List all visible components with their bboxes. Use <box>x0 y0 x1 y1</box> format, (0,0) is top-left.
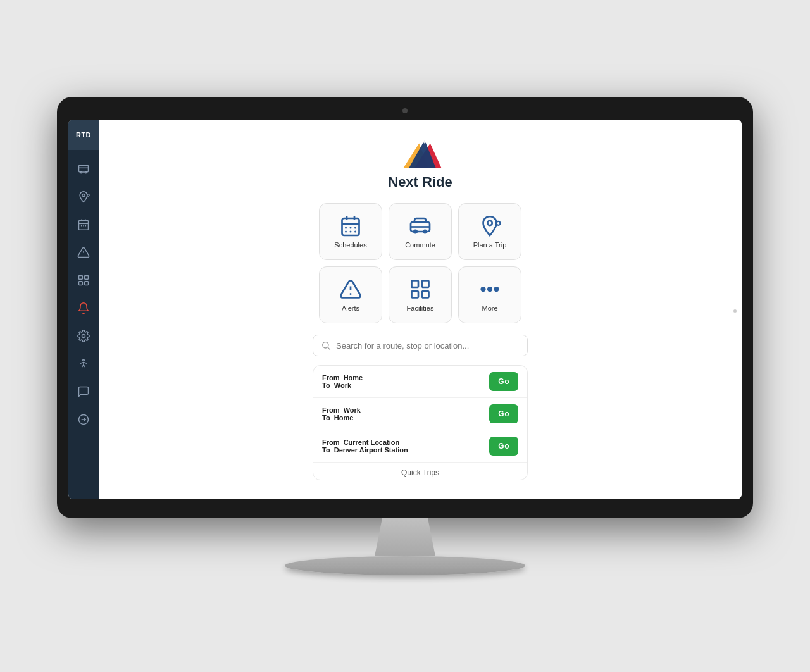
trip-3-to-value: Denver Airport Station <box>334 446 408 454</box>
svg-rect-15 <box>85 276 89 280</box>
commute-label: Commute <box>405 241 435 249</box>
trip-1-from-label: From <box>322 374 340 382</box>
sidebar: RTD <box>68 120 99 499</box>
svg-rect-44 <box>412 291 419 298</box>
go-button-1[interactable]: Go <box>489 372 518 391</box>
svg-point-37 <box>423 230 427 233</box>
alerts-card[interactable]: Alerts <box>319 266 382 323</box>
main-content: Next Ride <box>99 120 742 499</box>
svg-point-46 <box>482 288 485 291</box>
svg-point-47 <box>489 288 492 291</box>
trip-2-from-label: From <box>322 406 340 414</box>
svg-rect-16 <box>79 282 83 285</box>
facilities-card[interactable]: Facilities <box>389 266 452 323</box>
go-button-3[interactable]: Go <box>489 437 518 456</box>
trip-3-to-label: To <box>322 446 330 454</box>
trip-2-to-label: To <box>322 414 330 421</box>
schedule-icon[interactable] <box>71 212 96 237</box>
facilities-icon[interactable] <box>71 268 96 293</box>
trip-2-to-value: Home <box>334 414 354 421</box>
svg-rect-42 <box>412 281 419 288</box>
monitor-base <box>285 556 525 575</box>
trip-info-1: From Home To Work <box>322 374 363 389</box>
svg-rect-45 <box>422 291 429 298</box>
svg-point-39 <box>487 221 492 226</box>
sidebar-logo: RTD <box>68 120 99 150</box>
trip-3-from: From Current Location <box>322 439 408 446</box>
more-label: More <box>482 304 497 312</box>
svg-point-18 <box>82 335 85 338</box>
quick-trips-container: From Home To Work Go <box>313 365 528 480</box>
plan-trip-card[interactable]: Plan a Trip <box>458 203 521 260</box>
trip-2-from: From Work <box>322 406 361 414</box>
chat-icon[interactable] <box>71 379 96 404</box>
trip-1-to-value: Work <box>334 382 351 389</box>
facilities-label: Facilities <box>407 304 434 312</box>
app-logo: Next Ride <box>388 139 452 190</box>
trip-1-to-label: To <box>322 382 330 389</box>
monitor-camera <box>402 108 408 113</box>
more-card[interactable]: More <box>458 266 521 323</box>
notification-bell-icon[interactable] <box>71 296 96 321</box>
icon-grid: Schedules Commute <box>313 203 528 323</box>
search-icon <box>321 340 331 351</box>
trip-2-from-value: Work <box>344 406 361 414</box>
svg-point-19 <box>83 359 85 361</box>
monitor-neck <box>367 518 443 556</box>
quick-trips-label: Quick Trips <box>313 463 527 480</box>
svg-point-49 <box>323 342 328 348</box>
trip-info-2: From Work To Home <box>322 406 361 421</box>
go-button-2[interactable]: Go <box>489 404 518 423</box>
monitor-wrapper: RTD <box>57 97 753 575</box>
svg-point-4 <box>82 194 85 196</box>
app-title: Next Ride <box>388 174 452 190</box>
monitor-screen: RTD <box>68 120 742 499</box>
accessibility-icon[interactable] <box>71 351 96 376</box>
icon-row-2: Alerts Facilities <box>313 266 528 323</box>
table-row: From Home To Work Go <box>313 366 527 398</box>
table-row: From Current Location To Denver Airport … <box>313 430 527 463</box>
schedules-label: Schedules <box>334 241 366 249</box>
sidebar-logo-text: RTD <box>76 131 91 139</box>
svg-point-48 <box>495 288 498 291</box>
location-icon[interactable] <box>71 184 96 209</box>
trip-1-to: To Work <box>322 382 363 389</box>
monitor-body: RTD <box>57 97 753 518</box>
svg-line-50 <box>328 347 330 350</box>
navigate-icon[interactable] <box>71 407 96 432</box>
svg-rect-0 <box>79 165 89 172</box>
trip-info-3: From Current Location To Denver Airport … <box>322 439 408 454</box>
alert-triangle-icon[interactable] <box>71 240 96 265</box>
search-bar[interactable] <box>313 335 528 356</box>
logo-mountain-icon <box>398 139 442 170</box>
alerts-label: Alerts <box>342 304 359 312</box>
commute-card[interactable]: Commute <box>389 203 452 260</box>
svg-rect-14 <box>79 276 83 280</box>
schedules-card[interactable]: Schedules <box>319 203 382 260</box>
bus-icon[interactable] <box>71 156 96 182</box>
search-input[interactable] <box>336 341 520 351</box>
trip-2-to: To Home <box>322 414 361 421</box>
trip-1-from-value: Home <box>344 374 363 382</box>
icon-row-1: Schedules Commute <box>313 203 528 260</box>
scroll-indicator <box>733 309 737 313</box>
table-row: From Work To Home Go <box>313 398 527 430</box>
trip-3-from-value: Current Location <box>344 439 400 446</box>
trip-3-to: To Denver Airport Station <box>322 446 408 454</box>
svg-rect-43 <box>422 281 429 288</box>
trip-3-from-label: From <box>322 439 340 446</box>
svg-rect-17 <box>85 282 89 285</box>
svg-point-36 <box>414 230 417 233</box>
trip-1-from: From Home <box>322 374 363 382</box>
plan-trip-label: Plan a Trip <box>473 241 507 249</box>
settings-icon[interactable] <box>71 323 96 349</box>
